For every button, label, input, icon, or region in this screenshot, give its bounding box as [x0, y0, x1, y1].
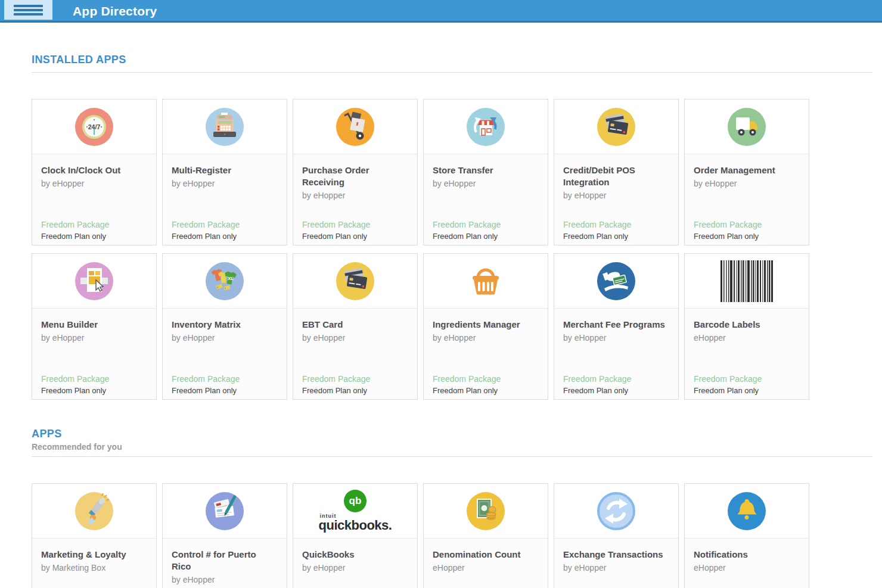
app-title: Menu Builder	[41, 319, 147, 331]
app-byline: by eHopper	[563, 190, 669, 201]
app-card-menu-builder[interactable]: Menu Builderby eHopperFreedom PackageFre…	[32, 253, 157, 400]
app-byline: by eHopper	[302, 562, 408, 573]
plan-label: Freedom Plan only	[433, 386, 501, 395]
svg-text:24/7: 24/7	[88, 123, 101, 130]
app-card-clock-in-clock-out[interactable]: 24/7Clock In/Clock Outby eHopperFreedom …	[32, 99, 157, 245]
plan-label: Freedom Plan only	[563, 232, 631, 241]
app-card-marketing-loyalty[interactable]: Marketing & Loyaltyby Marketing Box	[32, 483, 157, 588]
recommended-apps-grid: Marketing & Loyaltyby Marketing Box Cont…	[32, 483, 812, 588]
app-card-exchange-transactions[interactable]: Exchange Transactionsby eHopper	[554, 483, 679, 588]
app-byline: by eHopper	[302, 190, 408, 201]
app-card-quickbooks[interactable]: qbintuitquickbooks.QuickBooksby eHopper	[293, 483, 418, 588]
app-byline: eHopper	[694, 332, 800, 343]
main-content: INSTALLED APPS 24/7Clock In/Clock Outby …	[0, 54, 882, 588]
app-title: Order Management	[694, 164, 800, 176]
app-byline: by Marketing Box	[41, 562, 147, 573]
app-card-credit-debit-pos-integration[interactable]: Credit/Debit POS Integrationby eHopperFr…	[554, 99, 679, 245]
hand-card-icon	[554, 254, 678, 309]
package-label: Freedom Package	[694, 374, 762, 385]
app-card-barcode-labels[interactable]: Barcode LabelseHopperFreedom PackageFree…	[684, 253, 809, 400]
plan-label: Freedom Plan only	[172, 386, 240, 395]
app-byline: by eHopper	[563, 562, 669, 573]
package-label: Freedom Package	[433, 220, 501, 231]
app-card-purchase-order-receiving[interactable]: Purchase Order Receivingby eHopperFreedo…	[293, 99, 418, 245]
sync-arrows-icon	[554, 484, 678, 539]
menu-builder-icon	[32, 254, 156, 309]
plan-label: Freedom Plan only	[302, 232, 370, 241]
top-app-bar: App Directory	[0, 0, 882, 23]
delivery-truck-icon	[685, 99, 809, 154]
package-label: Freedom Package	[563, 374, 631, 385]
package-label: Freedom Package	[563, 220, 631, 231]
app-title: Purchase Order Receiving	[302, 164, 408, 188]
app-byline: by eHopper	[172, 178, 278, 189]
package-label: Freedom Package	[694, 220, 762, 231]
installed-apps-section: INSTALLED APPS 24/7Clock In/Clock Outby …	[32, 54, 882, 400]
app-title: Multi-Register	[172, 164, 278, 176]
app-byline: by eHopper	[172, 574, 278, 585]
app-card-order-management[interactable]: Order Managementby eHopperFreedom Packag…	[684, 99, 809, 245]
package-label: Freedom Package	[172, 374, 240, 385]
page-title: App Directory	[73, 0, 157, 23]
app-title: Exchange Transactions	[563, 549, 669, 561]
app-title: Merchant Fee Programs	[563, 319, 669, 331]
barcode-icon	[685, 254, 809, 309]
app-byline: eHopper	[433, 562, 539, 573]
app-byline: by eHopper	[302, 332, 408, 343]
app-card-ingredients-manager[interactable]: Ingredients Managerby eHopperFreedom Pac…	[423, 253, 548, 400]
app-title: Ingredients Manager	[433, 319, 539, 331]
megaphone-icon	[32, 484, 156, 539]
app-title: Denomination Count	[433, 549, 539, 561]
installed-apps-grid: 24/7Clock In/Clock Outby eHopperFreedom …	[32, 99, 812, 400]
hamburger-icon[interactable]	[4, 0, 52, 20]
app-card-merchant-fee-programs[interactable]: Merchant Fee Programsby eHopperFreedom P…	[554, 253, 679, 400]
app-card-inventory-matrix[interactable]: XL Inventory Matrixby eHopperFreedom Pac…	[162, 253, 287, 400]
app-card-ebt-card[interactable]: EBT Cardby eHopperFreedom PackageFreedom…	[293, 253, 418, 400]
app-title: EBT Card	[302, 319, 408, 331]
package-label: Freedom Package	[41, 374, 109, 385]
package-label: Freedom Package	[302, 220, 370, 231]
app-card-denomination-count[interactable]: Denomination CounteHopper	[423, 483, 548, 588]
checks-pen-icon	[163, 484, 287, 539]
cash-register-icon	[163, 99, 287, 154]
section-divider	[32, 456, 872, 457]
store-transfer-icon	[424, 99, 548, 154]
app-byline: by eHopper	[694, 178, 800, 189]
app-byline: by eHopper	[563, 332, 669, 343]
plan-label: Freedom Plan only	[563, 386, 631, 395]
app-byline: by eHopper	[433, 178, 539, 189]
app-title: QuickBooks	[302, 549, 408, 561]
plan-label: Freedom Plan only	[433, 232, 501, 241]
cash-coins-icon	[424, 484, 548, 539]
app-title: Inventory Matrix	[172, 319, 278, 331]
installed-apps-heading: INSTALLED APPS	[32, 54, 882, 66]
app-byline: eHopper	[694, 562, 800, 573]
app-byline: by eHopper	[41, 332, 147, 343]
app-card-control-for-puerto-rico[interactable]: Control # for Puerto Ricoby eHopper	[162, 483, 287, 588]
recommended-apps-section: APPS Recommended for you Marketing & Loy…	[32, 428, 882, 588]
credit-cards-icon	[554, 99, 678, 154]
app-title: Control # for Puerto Rico	[172, 549, 278, 573]
plan-label: Freedom Plan only	[41, 232, 109, 241]
inventory-shirts-icon: XL	[163, 254, 287, 309]
app-title: Store Transfer	[433, 164, 539, 176]
hand-truck-icon	[293, 99, 417, 154]
plan-label: Freedom Plan only	[694, 386, 762, 395]
app-title: Marketing & Loyalty	[41, 549, 147, 561]
app-byline: by eHopper	[433, 332, 539, 343]
app-title: Clock In/Clock Out	[41, 164, 147, 176]
plan-label: Freedom Plan only	[694, 232, 762, 241]
app-byline: by eHopper	[172, 332, 278, 343]
package-label: Freedom Package	[302, 374, 370, 385]
credit-cards-icon	[293, 254, 417, 309]
app-card-notifications[interactable]: NotificationseHopper	[684, 483, 809, 588]
app-byline: by eHopper	[41, 178, 147, 189]
package-label: Freedom Package	[433, 374, 501, 385]
app-card-store-transfer[interactable]: Store Transferby eHopperFreedom PackageF…	[423, 99, 548, 245]
clock-247-icon: 24/7	[32, 99, 156, 154]
svg-text:XL: XL	[228, 276, 234, 281]
plan-label: Freedom Plan only	[172, 232, 240, 241]
plan-label: Freedom Plan only	[302, 386, 370, 395]
app-card-multi-register[interactable]: Multi-Registerby eHopperFreedom PackageF…	[162, 99, 287, 245]
app-title: Notifications	[694, 549, 800, 561]
